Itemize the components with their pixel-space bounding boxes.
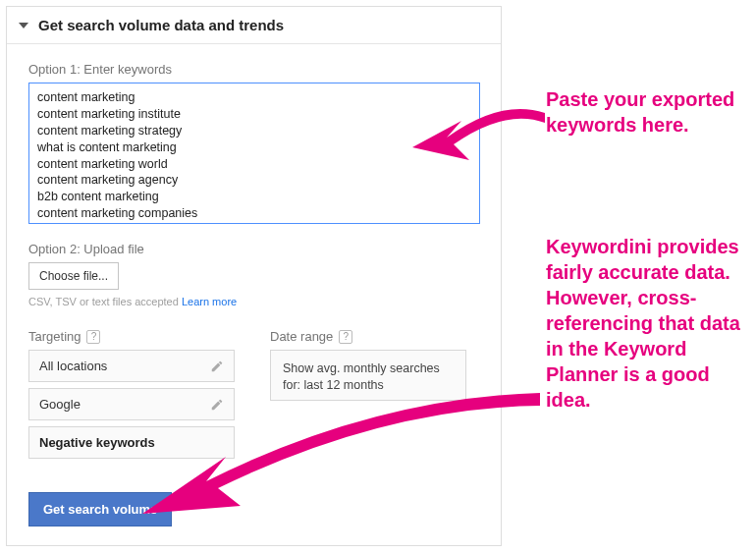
targeting-item-label: All locations <box>39 359 107 373</box>
targeting-title: Targeting <box>28 329 81 344</box>
pencil-icon <box>210 360 224 373</box>
targeting-negative-keywords[interactable]: Negative keywords <box>28 426 235 459</box>
annotation-keywordini: Keywordini provides fairly accurate data… <box>546 234 747 413</box>
collapse-triangle-icon <box>19 23 28 28</box>
learn-more-link[interactable]: Learn more <box>182 296 237 307</box>
daterange-title: Date range <box>270 329 333 344</box>
choose-file-button[interactable]: Choose file... <box>28 262 119 290</box>
get-search-volume-button[interactable]: Get search volume <box>28 492 172 526</box>
keywords-textarea[interactable] <box>28 83 480 224</box>
help-icon[interactable]: ? <box>86 330 100 344</box>
panel-header[interactable]: Get search volume data and trends <box>7 7 501 44</box>
targeting-locations[interactable]: All locations <box>28 350 235 382</box>
targeting-item-label: Google <box>39 397 81 412</box>
targeting-item-label: Negative keywords <box>39 435 155 450</box>
help-icon[interactable]: ? <box>339 330 352 344</box>
search-volume-panel: Get search volume data and trends Option… <box>6 6 502 546</box>
date-range-selector[interactable]: Show avg. monthly searches for: last 12 … <box>270 350 466 401</box>
date-range-text: Show avg. monthly searches for: last 12 … <box>283 361 440 392</box>
panel-body: Option 1: Enter keywords Option 2: Uploa… <box>7 44 501 540</box>
panel-title: Get search volume data and trends <box>38 17 284 33</box>
option1-label: Option 1: Enter keywords <box>28 62 479 77</box>
pencil-icon <box>210 398 224 412</box>
file-hint-text: CSV, TSV or text files accepted <box>28 296 182 307</box>
targeting-network[interactable]: Google <box>28 388 235 420</box>
annotation-paste-keywords: Paste your exported keywords here. <box>546 86 737 138</box>
file-hint: CSV, TSV or text files accepted Learn mo… <box>28 296 479 307</box>
option2-label: Option 2: Upload file <box>28 242 479 256</box>
